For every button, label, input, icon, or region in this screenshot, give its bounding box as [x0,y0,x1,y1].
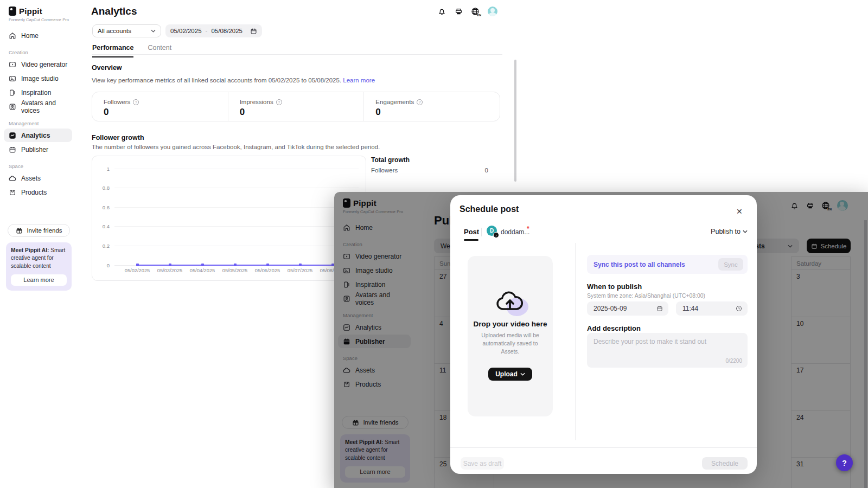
date-start: 05/02/2025 [170,28,202,34]
ai-card-highlight: Meet Pippit AI: [11,247,49,253]
clock-icon [736,305,742,312]
char-counter: 0/2200 [725,358,742,364]
overview-description: View key performance metrics of all link… [92,77,375,84]
date-range-picker[interactable]: 05/02/2025 - 05/08/2025 [165,24,262,37]
close-icon[interactable]: ✕ [736,207,743,216]
metric-engagements: Engagements? 0 [363,92,500,121]
sidebar-item-inspiration[interactable]: Inspiration [4,86,72,99]
y-tick: 0.4 [92,223,110,229]
y-tick: 0.8 [92,185,110,191]
tab-performance[interactable]: Performance [92,44,133,57]
tab-post-underline [464,239,478,241]
dropzone-note: Uploaded media will be automatically sav… [474,332,546,356]
when-to-publish-heading: When to publish [587,282,642,291]
tiktok-badge-icon: ♪ [493,232,499,238]
language-globe-icon[interactable]: EN [471,7,480,16]
calendar-icon [656,305,663,312]
sidebar-item-analytics[interactable]: Analytics [4,129,72,142]
y-tick: 1 [92,166,110,172]
ai-promo-card: Meet Pippit AI: Smart creative agent for… [6,242,72,291]
tab-post[interactable]: Post [464,228,479,236]
sidebar-item-label: Home [21,32,39,40]
brand-subtitle: Formerly CapCut Commerce Pro [9,17,76,22]
help-button[interactable]: ? [836,454,853,471]
save-as-draft-button[interactable]: Save as draft [461,457,504,470]
chart-point [299,264,302,266]
help-icon[interactable]: ? [417,99,423,105]
invite-friends-button[interactable]: Invite friends [8,224,70,237]
help-icon[interactable]: ? [133,99,139,105]
sidebar-item-label: Products [21,189,47,196]
overview-heading: Overview [92,64,122,72]
sidebar-item-avatars-voices[interactable]: Avatars and voices [4,100,72,113]
video-generator-icon [8,60,16,68]
tab-content[interactable]: Content [148,44,171,57]
metric-impressions: Impressions? 0 [228,92,364,121]
x-label: 05/07/2025 [283,268,317,273]
description-textarea[interactable] [587,333,748,368]
page-title: Analytics [91,5,137,17]
x-label: 05/06/2025 [251,268,284,273]
sync-link[interactable]: Sync this post to all channels [593,261,685,268]
account-filter-select[interactable]: All accounts [92,24,161,37]
sync-button[interactable]: Sync [718,258,743,271]
x-label: 05/04/2025 [186,268,219,273]
chevron-down-icon [520,373,525,376]
dropzone-heading: Drop your video here [468,320,553,328]
publish-time-input[interactable]: 11:44 [676,301,748,316]
pippit-logo-icon [9,7,16,16]
sidebar-item-video-generator[interactable]: Video generator [4,57,72,71]
sidebar-item-label: Assets [21,175,41,182]
sidebar-item-label: Inspiration [21,89,51,97]
user-avatar[interactable] [488,7,497,16]
chart-point [136,264,139,266]
chevron-down-icon [743,230,748,233]
modal-schedule-button[interactable]: Schedule [702,457,748,470]
sidebar-item-assets[interactable]: Assets [4,171,72,185]
metrics-card: Followers? 0 Impressions? 0 Engagements?… [92,92,500,121]
print-icon[interactable] [454,7,463,16]
ai-learn-more-button[interactable]: Learn more [11,274,67,286]
tabs: Performance Content [92,44,171,57]
learn-more-link[interactable]: Learn more [343,77,375,84]
publish-to-dropdown[interactable]: Publish to [711,228,748,235]
sidebar-item-home[interactable]: Home [4,29,72,42]
total-growth-heading: Total growth [371,156,488,164]
gift-icon [15,227,23,235]
description-heading: Add description [587,324,641,332]
chart-point [201,264,204,266]
inspiration-icon [8,88,16,97]
account-name[interactable]: doddam... [501,228,529,236]
help-icon[interactable]: ? [276,99,282,105]
metric-label: Followers [104,99,130,105]
sidebar: Pippit Formerly CapCut Commerce Pro Home… [0,0,76,488]
sidebar-item-label: Publisher [21,146,48,153]
sidebar-item-publisher[interactable]: Publisher [4,143,72,156]
avatars-icon [8,102,16,111]
y-tick: 0.6 [92,204,110,210]
publish-date-input[interactable]: 2025-05-09 [587,301,668,316]
brand-name: Pippit [19,7,42,16]
cloud-upload-icon [495,288,525,313]
page-scrollbar[interactable] [514,60,516,182]
required-marker: * [527,225,529,233]
sidebar-item-label: Image studio [21,75,59,82]
timezone-note: System time zone: Asia/Shanghai (UTC+08:… [587,293,705,299]
video-dropzone[interactable]: Drop your video here Uploaded media will… [468,256,553,416]
sidebar-item-products[interactable]: Products [4,185,72,199]
sidebar-item-label: Analytics [21,132,50,139]
date-separator: - [206,28,208,34]
sidebar-item-image-studio[interactable]: Image studio [4,72,72,85]
growth-heading: Follower growth [92,134,144,142]
footer-divider [450,447,757,448]
date-end: 05/08/2025 [211,28,242,34]
sidebar-item-label: Video generator [21,61,67,68]
language-label: EN [477,14,481,17]
topbar: EN [437,7,497,16]
assets-cloud-icon [8,174,16,182]
tab-separator [481,228,482,236]
sidebar-section-space: Space [9,163,76,169]
upload-button[interactable]: Upload [488,368,532,381]
metric-value: 0 [240,107,364,118]
notification-bell-icon[interactable] [437,7,446,16]
